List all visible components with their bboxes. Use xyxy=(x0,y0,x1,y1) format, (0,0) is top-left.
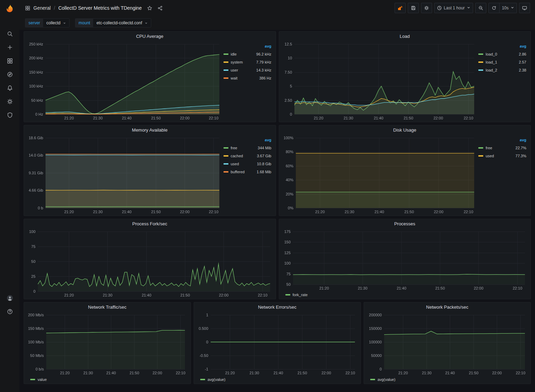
legend-item-avg-value-[interactable]: avg(value) xyxy=(200,376,225,384)
chart-area xyxy=(281,134,478,215)
chevron-down-icon xyxy=(63,22,66,25)
sidebar-nav xyxy=(0,27,19,122)
legend-item-free[interactable]: free22.7% xyxy=(478,144,526,152)
sidebar-item-alerting[interactable] xyxy=(0,81,19,95)
sidebar-item-explore[interactable] xyxy=(0,68,19,81)
variable-mount-value: etc-collectd-collectd.conf xyxy=(96,20,142,25)
compass-icon xyxy=(7,72,13,77)
legend-series-name: avg(value) xyxy=(208,377,225,382)
grafana-logo[interactable] xyxy=(0,0,19,18)
panel-title[interactable]: CPU Average xyxy=(24,32,276,41)
disk-usage-legend: avgfree22.7%used77.3% xyxy=(478,134,528,215)
legend-swatch xyxy=(224,171,228,173)
legend-series-value: 7.79 kHz xyxy=(256,60,271,64)
sidebar-item-user-profile[interactable] xyxy=(0,291,19,305)
breadcrumb-folder[interactable]: General xyxy=(33,5,51,11)
legend-swatch xyxy=(224,77,228,79)
disk-usage-chart[interactable] xyxy=(281,134,478,215)
network-packets-chart[interactable] xyxy=(366,311,528,376)
legend-item-system[interactable]: system7.79 kHz xyxy=(224,58,271,66)
sidebar-item-help[interactable] xyxy=(0,305,19,318)
shield-icon xyxy=(7,112,13,118)
legend-item-wait[interactable]: wait386 Hz xyxy=(224,74,271,82)
legend-series-value: 14.3 kHz xyxy=(256,68,271,72)
top-navbar: General / CollectD Server Metrics with T… xyxy=(19,0,535,16)
legend-series-value: 22.7% xyxy=(516,146,526,150)
panel-title[interactable]: Network Traffic/sec xyxy=(24,302,191,311)
legend-series-name: fork_rate xyxy=(293,293,308,297)
legend-series-name: wait xyxy=(231,76,238,80)
chart-area xyxy=(26,228,274,298)
star-dashboard-button[interactable] xyxy=(147,6,152,11)
legend-item-cached[interactable]: cached3.67 Gib xyxy=(224,152,271,160)
legend-item-fork_rate[interactable]: fork_rate xyxy=(285,291,308,299)
legend-series-name: load_2 xyxy=(486,68,497,72)
legend-series-name: avg(value) xyxy=(378,377,395,382)
sidebar-item-dashboards[interactable] xyxy=(0,54,19,68)
network-errors-legend: avg(value) xyxy=(196,376,358,383)
legend-item-used[interactable]: used77.3% xyxy=(478,152,526,160)
zoom-out-button[interactable] xyxy=(475,3,486,13)
legend-item-free[interactable]: free344 Mib xyxy=(224,144,271,152)
process-fork-chart[interactable] xyxy=(26,228,274,298)
variable-server-dropdown[interactable]: collectd xyxy=(43,19,69,27)
add-panel-button[interactable] xyxy=(395,3,406,13)
chart-area xyxy=(281,41,478,121)
time-range-picker[interactable]: Last 1 hour xyxy=(434,3,473,13)
cycle-view-mode-button[interactable] xyxy=(519,3,530,13)
legend-series-value: 1.68 Mib xyxy=(257,170,271,174)
variable-mount-dropdown[interactable]: etc-collectd-collectd.conf xyxy=(93,19,151,27)
legend-item-load_0[interactable]: load_02.86 xyxy=(478,50,526,58)
legend-item-load_2[interactable]: load_22.38 xyxy=(478,66,526,74)
load-chart[interactable] xyxy=(281,41,478,121)
legend-item-user[interactable]: user14.3 kHz xyxy=(224,66,271,74)
legend-item-avg-value-[interactable]: avg(value) xyxy=(370,376,395,384)
memory-available-chart[interactable] xyxy=(26,134,223,215)
refresh-icon xyxy=(492,6,496,10)
legend-series-name: cached xyxy=(231,154,243,158)
grafana-flame-icon xyxy=(5,4,15,14)
legend-series-name: buffered xyxy=(231,170,245,174)
panel-title[interactable]: Load xyxy=(279,32,531,41)
panel-title[interactable]: Process Fork/sec xyxy=(24,219,276,228)
panel-title[interactable]: Memory Available xyxy=(24,125,276,134)
share-dashboard-button[interactable] xyxy=(157,6,163,11)
save-dashboard-button[interactable] xyxy=(408,3,419,13)
refresh-interval-dropdown[interactable]: 10s xyxy=(500,3,517,13)
sidebar-item-create[interactable] xyxy=(0,41,19,54)
processes-chart[interactable] xyxy=(281,228,529,291)
save-icon xyxy=(411,6,416,10)
legend-item-used[interactable]: used10.8 Gib xyxy=(224,160,271,168)
dashboard-icon xyxy=(25,6,30,11)
legend-swatch xyxy=(478,155,483,157)
panel-network-traffic: Network Traffic/sec value xyxy=(24,302,191,384)
legend-series-value: 344 Mib xyxy=(258,146,271,150)
network-traffic-chart[interactable] xyxy=(26,311,188,376)
chart-area xyxy=(26,311,188,376)
sidebar-item-server-admin[interactable] xyxy=(0,108,19,122)
panel-title[interactable]: Processes xyxy=(279,219,531,228)
sidebar-item-search[interactable] xyxy=(0,27,19,41)
refresh-button[interactable] xyxy=(488,3,500,13)
monitor-icon xyxy=(522,6,527,10)
panel-memory-available: Memory Available avgfree344 Mibcached3.6… xyxy=(24,125,276,216)
legend-item-load_1[interactable]: load_12.57 xyxy=(478,58,526,66)
legend-item-idle[interactable]: idle96.2 kHz xyxy=(224,50,271,58)
network-traffic-legend: value xyxy=(26,376,188,383)
legend-series-name: used xyxy=(486,154,494,158)
legend-item-value[interactable]: value xyxy=(30,376,47,384)
cpu-average-chart[interactable] xyxy=(26,41,223,121)
network-errors-chart[interactable] xyxy=(196,311,358,376)
variables-row: server collectd mount etc-collectd-colle… xyxy=(19,16,535,30)
sidebar-item-configuration[interactable] xyxy=(0,95,19,108)
dashboard-settings-button[interactable] xyxy=(421,3,432,13)
main-area: General / CollectD Server Metrics with T… xyxy=(19,0,535,392)
panel-title[interactable]: Disk Usage xyxy=(279,125,531,134)
panel-title[interactable]: Network Packets/sec xyxy=(364,302,530,311)
legend-series-value: 2.57 xyxy=(519,60,526,64)
panel-network-errors: Network Errors/sec avg(value) xyxy=(194,302,361,384)
legend-series-name: value xyxy=(38,377,47,382)
legend-item-buffered[interactable]: buffered1.68 Mib xyxy=(224,168,271,176)
breadcrumb-separator: / xyxy=(54,5,55,11)
panel-title[interactable]: Network Errors/sec xyxy=(194,302,360,311)
